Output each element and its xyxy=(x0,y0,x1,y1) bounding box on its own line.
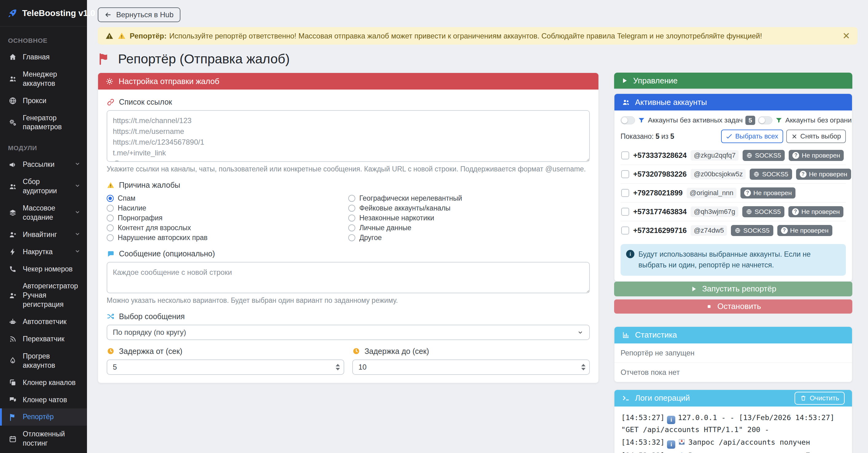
sidebar-item-number-checker[interactable]: Чекер номеров xyxy=(0,261,87,278)
radio-personal-data[interactable]: Личные данные xyxy=(348,223,590,233)
logs-header: Логи операций Очистить xyxy=(614,390,852,406)
terminal-icon xyxy=(622,394,630,402)
account-row: +573216299716 @z74dw5 SOCKS5 Не проверен xyxy=(621,221,846,240)
radio-illegal-drugs[interactable]: Незаконные наркотики xyxy=(348,213,590,223)
links-textarea[interactable] xyxy=(107,110,590,162)
back-to-hub-button[interactable]: Вернуться в Hub xyxy=(98,7,180,22)
radio-pornography[interactable]: Порнография xyxy=(107,213,348,223)
username-chip: @z74dw5 xyxy=(691,225,727,236)
users-icon xyxy=(622,98,630,107)
stop-button[interactable]: Остановить xyxy=(614,300,852,314)
sidebar-item-broadcasts[interactable]: Рассылки xyxy=(0,156,87,173)
bar-chart-icon xyxy=(622,331,630,339)
globe-icon xyxy=(746,152,752,159)
chevron-down-icon xyxy=(74,182,81,191)
sidebar-item-scheduled-posting[interactable]: Отложенный постинг xyxy=(0,426,87,452)
sidebar-item-mass-create[interactable]: Массовое создание xyxy=(0,200,87,226)
account-checkbox[interactable] xyxy=(621,170,629,178)
radio-spam[interactable]: Спам xyxy=(107,193,348,203)
message-mode-select[interactable]: По порядку (по кругу) xyxy=(107,325,590,340)
warning-emoji-icon xyxy=(117,32,126,40)
question-icon xyxy=(781,227,788,234)
clock-icon xyxy=(352,347,360,355)
account-checkbox[interactable] xyxy=(621,227,629,234)
sidebar-item-audience[interactable]: Сбор аудитории xyxy=(0,173,87,200)
message-textarea[interactable] xyxy=(107,262,590,293)
flame-icon xyxy=(8,357,17,365)
home-icon xyxy=(8,53,17,61)
logs-output: [14:53:27]127.0.0.1 - - [13/Feb/2026 14:… xyxy=(614,406,852,453)
main-content: Вернуться в Hub Репортёр: Используйте ре… xyxy=(87,0,868,453)
brand-name: TeleBoosting v1.0 xyxy=(22,8,95,18)
banner-text: Репортёр: Используйте репортёр ответстве… xyxy=(130,31,762,40)
accounts-card-header: Активные аккаунты xyxy=(614,94,852,111)
proxy-badge: SOCKS5 xyxy=(731,225,773,236)
globe-icon xyxy=(746,209,752,215)
megaphone-icon xyxy=(8,161,17,169)
radio-geo-irrelevant[interactable]: Географически нерелевантный xyxy=(348,193,590,203)
report-settings-card: Настройка отправки жалоб Список ссылок У… xyxy=(98,73,599,383)
clear-selection-button[interactable]: Снять выбор xyxy=(786,130,846,143)
close-icon[interactable]: ✕ xyxy=(842,31,850,40)
accounts-info-alert: Будут использованы выбранные аккаунты. Е… xyxy=(621,244,846,276)
section-label-main: ОСНОВНОЕ xyxy=(0,28,87,49)
filter-tasks-toggle[interactable] xyxy=(621,116,635,124)
user-plus-icon xyxy=(8,291,17,300)
username-chip: @qh3wjm67g xyxy=(691,206,738,217)
sidebar-item-boosting[interactable]: Накрутка xyxy=(0,244,87,261)
globe-icon xyxy=(8,96,17,105)
log-entry: [14:53:32]Запрос /api/accounts получен xyxy=(621,437,845,449)
proxy-badge: SOCKS5 xyxy=(742,206,784,217)
trash-icon xyxy=(800,395,807,401)
delay-to-label: Задержка до (сек) xyxy=(352,347,590,356)
number-stepper[interactable] xyxy=(336,364,340,370)
sidebar-item-param-generator[interactable]: Генератор параметров xyxy=(0,110,87,136)
log-entry: [14:53:27]127.0.0.1 - - [13/Feb/2026 14:… xyxy=(621,412,845,435)
chevron-down-icon xyxy=(74,248,81,256)
filter-limits-toggle[interactable] xyxy=(758,116,772,124)
globe-icon xyxy=(753,171,760,177)
chevron-down-icon xyxy=(74,230,81,239)
status-badge: Не проверен xyxy=(740,188,796,198)
clear-logs-button[interactable]: Очистить xyxy=(795,392,845,405)
sidebar-item-interceptor[interactable]: Перехватчик xyxy=(0,331,87,348)
warning-banner: Репортёр: Используйте репортёр ответстве… xyxy=(98,27,858,45)
radio-violence[interactable]: Насилие xyxy=(107,203,348,213)
account-checkbox[interactable] xyxy=(621,189,629,197)
delay-from-input[interactable]: 5 xyxy=(107,360,344,375)
page-title: Репортёр (Отправка жалоб) xyxy=(98,51,858,66)
number-stepper[interactable] xyxy=(581,364,586,370)
message-helper: Можно указать несколько вариантов. Будет… xyxy=(107,296,590,305)
chats-icon xyxy=(8,396,17,404)
radio-adult-content[interactable]: Контент для взрослых xyxy=(107,223,348,233)
sidebar-item-autoregistrator[interactable]: АвторегистраторРучная регистрация xyxy=(0,278,87,313)
radio-fake-accounts[interactable]: Фейковые аккаунты/каналы xyxy=(348,203,590,213)
statistics-card: Статистика Репортёр не запущен Отчетов п… xyxy=(614,327,852,382)
select-all-button[interactable]: Выбрать всех xyxy=(721,130,783,143)
stats-reports-text: Отчетов пока нет xyxy=(614,363,852,382)
sidebar-item-reporter[interactable]: Репортёр xyxy=(0,408,87,426)
flag-icon xyxy=(98,52,111,66)
funnel-blue-icon xyxy=(638,117,645,124)
sidebar-item-account-manager[interactable]: Менеджер аккаунтов xyxy=(0,66,87,92)
sidebar-item-home[interactable]: Главная xyxy=(0,49,87,66)
delay-to-input[interactable]: 10 xyxy=(352,360,590,375)
radio-other[interactable]: Другое xyxy=(348,233,590,243)
radio-copyright[interactable]: Нарушение авторских прав xyxy=(107,233,348,243)
card-header-settings: Настройка отправки жалоб xyxy=(98,73,598,89)
sidebar-item-channel-cloner[interactable]: Клонер каналов xyxy=(0,374,87,392)
sidebar-item-proxy[interactable]: Прокси xyxy=(0,92,87,110)
rocket-icon xyxy=(7,8,17,19)
start-reporter-button[interactable]: Запустить репортёр xyxy=(614,282,852,296)
sidebar-nav: ОСНОВНОЕ Главная Менеджер аккаунтов Прок… xyxy=(0,26,87,453)
sidebar-item-autoresponder[interactable]: Автоответчик xyxy=(0,313,87,331)
inbox-icon xyxy=(678,438,686,446)
sidebar-item-chat-cloner[interactable]: Клонер чатов xyxy=(0,392,87,409)
shuffle-icon xyxy=(107,312,115,320)
info-icon xyxy=(667,416,675,424)
account-checkbox[interactable] xyxy=(621,208,629,216)
sidebar-item-inviting[interactable]: Инвайтинг xyxy=(0,226,87,244)
sidebar-item-warming[interactable]: Прогрев аккаунтов xyxy=(0,348,87,374)
account-checkbox[interactable] xyxy=(621,151,629,160)
status-badge: Не проверен xyxy=(777,225,832,236)
